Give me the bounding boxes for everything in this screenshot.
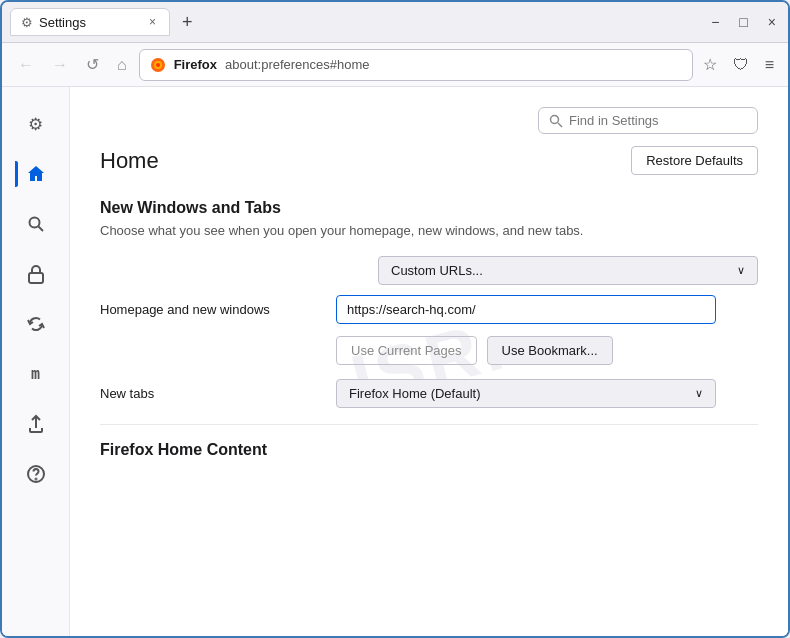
new-tabs-chevron-icon: ∨ — [695, 387, 703, 400]
new-tab-button[interactable]: + — [176, 10, 199, 35]
restore-defaults-button[interactable]: Restore Defaults — [631, 146, 758, 175]
sidebar-item-help[interactable] — [15, 453, 57, 495]
find-settings-input[interactable] — [569, 113, 747, 128]
custom-urls-label: Custom URLs... — [391, 263, 483, 278]
active-tab[interactable]: ⚙ Settings × — [10, 8, 170, 36]
find-search-icon — [549, 114, 563, 128]
maximize-button[interactable]: □ — [735, 12, 751, 32]
nav-right-icons: ☆ 🛡 ≡ — [699, 51, 778, 78]
sidebar-item-share[interactable] — [15, 403, 57, 445]
svg-point-3 — [29, 218, 39, 228]
nav-bar: ← → ↺ ⌂ Firefox about:preferences#home ☆… — [2, 43, 788, 87]
sidebar-item-general[interactable]: ⚙ — [15, 103, 57, 145]
find-in-settings-search[interactable] — [538, 107, 758, 134]
svg-rect-5 — [29, 273, 43, 283]
svg-point-8 — [551, 115, 559, 123]
homepage-label: Homepage and new windows — [100, 302, 320, 317]
firefox-home-content-title: Firefox Home Content — [100, 441, 758, 459]
back-button[interactable]: ← — [12, 52, 40, 78]
sidebar-item-extensions[interactable]: m — [15, 353, 57, 395]
sidebar-item-search[interactable] — [15, 203, 57, 245]
sidebar: ⚙ — [2, 87, 70, 636]
new-tabs-label: New tabs — [100, 386, 320, 401]
dropdown-chevron-icon: ∨ — [737, 264, 745, 277]
window-controls: − □ × — [707, 12, 780, 32]
browser-window: ⚙ Settings × + − □ × ← → ↺ ⌂ Firefox abo… — [0, 0, 790, 638]
home-icon — [26, 164, 46, 184]
forward-button[interactable]: → — [46, 52, 74, 78]
svg-line-4 — [38, 227, 43, 232]
use-bookmark-button[interactable]: Use Bookmark... — [487, 336, 613, 365]
new-windows-section: New Windows and Tabs Choose what you see… — [100, 199, 758, 408]
homepage-row: Homepage and new windows — [100, 295, 758, 324]
new-tabs-value: Firefox Home (Default) — [349, 386, 480, 401]
site-name: Firefox — [174, 57, 217, 72]
tab-title: Settings — [39, 15, 86, 30]
homepage-buttons-row: Use Current Pages Use Bookmark... — [336, 336, 758, 365]
sync-icon — [26, 314, 46, 334]
tab-gear-icon: ⚙ — [21, 15, 33, 30]
use-current-pages-button[interactable]: Use Current Pages — [336, 336, 477, 365]
section-desc: Choose what you see when you open your h… — [100, 223, 758, 238]
search-icon — [27, 215, 45, 233]
bookmark-star-button[interactable]: ☆ — [699, 51, 721, 78]
firefox-logo-icon — [150, 57, 166, 73]
lock-icon — [27, 264, 45, 284]
custom-urls-dropdown[interactable]: Custom URLs... ∨ — [378, 256, 758, 285]
pocket-button[interactable]: 🛡 — [729, 52, 753, 78]
home-button[interactable]: ⌂ — [111, 52, 133, 78]
main-content: ⚙ — [2, 87, 788, 636]
sidebar-item-sync[interactable] — [15, 303, 57, 345]
close-button[interactable]: × — [764, 12, 780, 32]
tab-close-button[interactable]: × — [146, 14, 159, 30]
title-bar: ⚙ Settings × + − □ × — [2, 2, 788, 43]
svg-point-7 — [35, 479, 36, 480]
svg-point-2 — [156, 63, 160, 67]
help-icon — [26, 464, 46, 484]
sidebar-item-privacy[interactable] — [15, 253, 57, 295]
svg-line-9 — [558, 123, 562, 127]
new-tabs-row: New tabs Firefox Home (Default) ∨ — [100, 379, 758, 408]
url-text: about:preferences#home — [225, 57, 682, 72]
settings-header: Home Restore Defaults — [100, 146, 758, 175]
page-title: Home — [100, 148, 159, 174]
section-title: New Windows and Tabs — [100, 199, 758, 217]
address-bar[interactable]: Firefox about:preferences#home — [139, 49, 693, 81]
reload-button[interactable]: ↺ — [80, 51, 105, 78]
share-icon — [27, 414, 45, 434]
homepage-url-input[interactable] — [336, 295, 716, 324]
minimize-button[interactable]: − — [707, 12, 723, 32]
section-divider — [100, 424, 758, 425]
settings-content: ISR. Home Restore Defaults — [70, 87, 788, 636]
new-tabs-dropdown[interactable]: Firefox Home (Default) ∨ — [336, 379, 716, 408]
menu-button[interactable]: ≡ — [761, 52, 778, 78]
sidebar-item-home[interactable] — [15, 153, 57, 195]
